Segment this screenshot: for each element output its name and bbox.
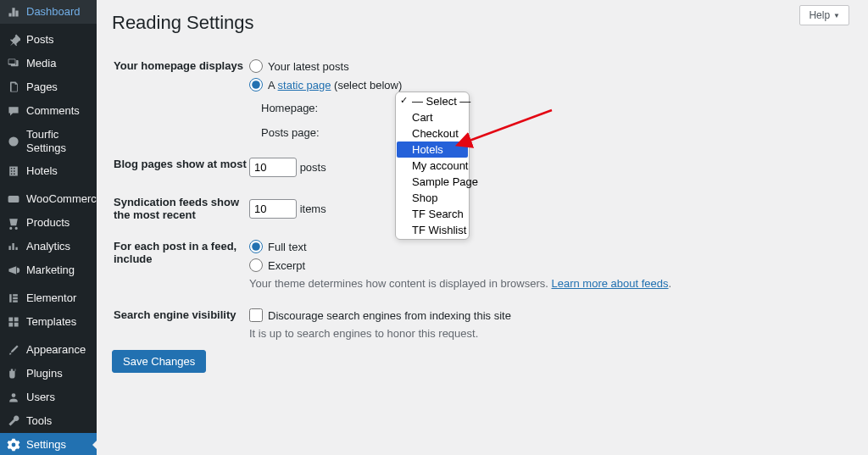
tourfic-icon <box>7 135 20 148</box>
syndication-heading: Syndication feeds show the most recent <box>114 187 248 230</box>
syndication-suffix: items <box>300 203 326 215</box>
sidebar-item-label: Settings <box>26 438 66 452</box>
save-changes-button[interactable]: Save Changes <box>112 350 206 373</box>
sidebar-item-label: Dashboard <box>26 5 81 19</box>
blog-pages-suffix: posts <box>300 161 326 174</box>
syndication-input[interactable] <box>249 199 297 219</box>
latest-posts-label[interactable]: Your latest posts <box>268 60 349 73</box>
woo-icon <box>7 192 20 206</box>
static-page-link[interactable]: static page <box>278 79 331 92</box>
excerpt-radio[interactable] <box>249 258 263 272</box>
sidebar-item-label: Posts <box>26 33 54 47</box>
dropdown-option[interactable]: Hotels <box>397 141 468 158</box>
search-desc: It is up to search engines to honor this… <box>249 327 851 340</box>
excerpt-label[interactable]: Excerpt <box>268 259 305 272</box>
dropdown-option[interactable]: Cart <box>397 109 468 125</box>
sidebar-item-label: Tourfic Settings <box>26 128 90 154</box>
building-icon <box>7 164 20 178</box>
sidebar-item-settings[interactable]: Settings <box>0 433 97 455</box>
dropdown-option[interactable]: TF Wishlist <box>397 222 468 238</box>
pages-icon <box>7 80 20 94</box>
dropdown-option[interactable]: — Select — <box>397 93 468 109</box>
main-content: Help ▼ Reading Settings Your homepage di… <box>97 0 868 455</box>
sidebar-item-comments[interactable]: Comments <box>0 99 97 123</box>
help-button[interactable]: Help ▼ <box>799 5 849 25</box>
elementor-icon <box>7 291 20 305</box>
page-title: Reading Settings <box>112 12 853 34</box>
comments-icon <box>7 104 20 118</box>
sidebar-item-appearance[interactable]: Appearance <box>0 338 97 362</box>
svg-point-0 <box>8 136 18 146</box>
dashboard-icon <box>7 5 20 19</box>
templates-icon <box>7 315 20 329</box>
search-visibility-heading: Search engine visibility <box>114 300 248 348</box>
blog-pages-heading: Blog pages show at most <box>114 149 248 186</box>
sidebar-item-tools[interactable]: Tools <box>0 409 97 433</box>
learn-feeds-link[interactable]: Learn more about feeds <box>551 277 668 290</box>
sidebar-item-label: Tools <box>26 414 52 428</box>
sidebar-item-templates[interactable]: Templates <box>0 310 97 334</box>
sidebar-item-hotels[interactable]: Hotels <box>0 159 97 183</box>
brush-icon <box>7 343 20 357</box>
feed-desc: Your theme determines how content is dis… <box>249 277 851 290</box>
svg-rect-5 <box>13 301 18 302</box>
dropdown-option[interactable]: Checkout <box>397 125 468 141</box>
analytics-icon <box>7 240 20 253</box>
svg-rect-4 <box>13 297 18 299</box>
sidebar-item-label: Marketing <box>26 264 75 277</box>
sidebar-item-label: Media <box>26 57 56 70</box>
dropdown-option[interactable]: Shop <box>397 190 468 206</box>
homepage-displays-heading: Your homepage displays <box>114 51 248 147</box>
chevron-down-icon: ▼ <box>833 12 840 19</box>
dropdown-option[interactable]: My account <box>397 158 468 174</box>
sidebar-item-label: Plugins <box>26 367 63 380</box>
static-page-radio[interactable] <box>249 78 263 92</box>
sidebar-item-label: WooCommerce <box>26 192 97 206</box>
blog-pages-input[interactable] <box>249 158 297 177</box>
settings-icon <box>7 438 20 452</box>
homepage-select-label: Homepage: <box>261 102 324 114</box>
sidebar-item-label: Elementor <box>26 291 76 305</box>
sidebar-item-woocommerce[interactable]: WooCommerce <box>0 187 97 211</box>
sidebar-item-plugins[interactable]: Plugins <box>0 362 97 386</box>
megaphone-icon <box>7 264 20 277</box>
full-text-radio[interactable] <box>249 240 263 253</box>
plugin-icon <box>7 367 20 380</box>
sidebar-item-media[interactable]: Media <box>0 52 97 75</box>
svg-rect-3 <box>13 294 18 296</box>
sidebar-item-label: Users <box>26 391 55 404</box>
sidebar-item-posts[interactable]: Posts <box>0 28 97 52</box>
sidebar-item-label: Pages <box>26 80 58 94</box>
products-icon <box>7 216 20 230</box>
homepage-select-dropdown[interactable]: — Select — Cart Checkout Hotels My accou… <box>395 92 470 240</box>
svg-rect-2 <box>9 294 11 302</box>
sidebar-item-pages[interactable]: Pages <box>0 75 97 99</box>
dropdown-option[interactable]: TF Search <box>397 206 468 222</box>
sidebar-item-analytics[interactable]: Analytics <box>0 235 97 258</box>
discourage-checkbox[interactable] <box>249 308 263 322</box>
dropdown-option[interactable]: Sample Page <box>397 174 468 190</box>
admin-sidebar: Dashboard Posts Media Pages Comments Tou… <box>0 0 97 455</box>
sidebar-item-users[interactable]: Users <box>0 386 97 409</box>
full-text-label[interactable]: Full text <box>268 241 307 253</box>
static-page-label[interactable]: A static page (select below) <box>268 79 402 92</box>
sidebar-item-label: Analytics <box>26 240 70 253</box>
sidebar-item-label: Templates <box>26 315 76 329</box>
sidebar-item-label: Appearance <box>26 343 86 357</box>
feed-post-heading: For each post in a feed, include <box>114 231 248 298</box>
latest-posts-radio[interactable] <box>249 59 263 73</box>
sidebar-item-dashboard[interactable]: Dashboard <box>0 0 97 24</box>
sidebar-item-marketing[interactable]: Marketing <box>0 258 97 282</box>
discourage-label[interactable]: Discourage search engines from indexing … <box>268 309 511 322</box>
sidebar-item-tourfic[interactable]: Tourfic Settings <box>0 123 97 159</box>
media-icon <box>7 57 20 70</box>
wrench-icon <box>7 414 20 428</box>
sidebar-item-elementor[interactable]: Elementor <box>0 286 97 310</box>
users-icon <box>7 391 20 404</box>
sidebar-item-label: Hotels <box>26 164 58 178</box>
help-label: Help <box>809 9 830 21</box>
sidebar-item-products[interactable]: Products <box>0 211 97 235</box>
pin-icon <box>7 33 20 47</box>
posts-page-select-label: Posts page: <box>261 126 324 139</box>
sidebar-item-label: Comments <box>26 104 80 118</box>
